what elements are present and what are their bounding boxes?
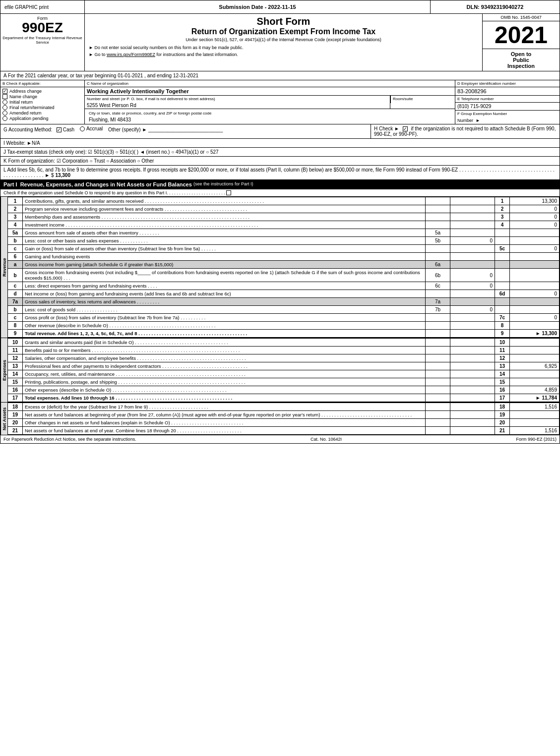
check-application-pending[interactable]: Application pending bbox=[2, 116, 82, 121]
check-name-change[interactable]: Name change bbox=[2, 94, 82, 99]
short-form-title: Short Form bbox=[257, 16, 311, 27]
row-ref bbox=[426, 322, 450, 330]
department-label: Department of the Treasury Internal Reve… bbox=[2, 36, 82, 45]
acct-row: G Accounting Method: Cash Accrual Other … bbox=[0, 124, 560, 139]
row-label: Less: cost or other basis and sales expe… bbox=[23, 237, 426, 245]
row-label: Membership dues and assessments . . . . … bbox=[23, 213, 426, 221]
g-cash-check[interactable]: Cash bbox=[57, 127, 74, 132]
acct-left: G Accounting Method: Cash Accrual Other … bbox=[0, 124, 371, 138]
row-amount: 0 bbox=[510, 205, 560, 213]
row-label: Gross income from fundraising events (no… bbox=[23, 269, 426, 282]
checkbox-address-change[interactable] bbox=[2, 89, 7, 94]
check-amended-return[interactable]: Amended return bbox=[2, 111, 82, 116]
footer-left: For Paperwork Reduction Act Notice, see … bbox=[3, 437, 136, 442]
radio-final-return[interactable] bbox=[2, 105, 7, 110]
row-linenum: 9 bbox=[495, 330, 510, 338]
ein-value: 83-2008296 bbox=[455, 87, 560, 96]
col-b: B Check if applicable: Address change Na… bbox=[0, 80, 85, 124]
instructions3b-text: for instructions and the latest informat… bbox=[156, 52, 238, 57]
open-title: Open to bbox=[485, 51, 558, 57]
row-ref bbox=[426, 205, 450, 213]
row-linenum: 3 bbox=[495, 213, 510, 221]
row-val bbox=[450, 245, 495, 253]
row-linenum bbox=[495, 282, 510, 290]
org-name: Working Actively Intentionally Together bbox=[85, 87, 455, 96]
info-grid: B Check if applicable: Address change Na… bbox=[0, 80, 560, 124]
h-text: H Check ► bbox=[374, 126, 399, 131]
check-items: Address change Name change Initial retur… bbox=[0, 87, 84, 124]
part1-checkbox[interactable] bbox=[226, 190, 231, 195]
row-amount bbox=[510, 306, 560, 314]
g-accrual-radio[interactable]: Accrual bbox=[80, 126, 103, 131]
expenses-section: Expenses 10Grants and similar amounts pa… bbox=[0, 338, 560, 403]
check-final-return[interactable]: Final return/terminated bbox=[2, 105, 82, 110]
row-label: Grants and similar amounts paid (list in… bbox=[23, 339, 426, 347]
checkbox-cash[interactable] bbox=[57, 127, 62, 132]
g-other-label: Other (specify) ► bbox=[108, 127, 147, 132]
row-ref bbox=[426, 394, 450, 402]
irs-link[interactable]: www.irs.gov/Form990EZ bbox=[107, 52, 155, 57]
row-amount bbox=[510, 339, 560, 347]
f-arrow: ► bbox=[476, 118, 480, 123]
part1-check-row: Check if the organization used Schedule … bbox=[0, 189, 560, 197]
omb-box: OMB No. 1545-0047 bbox=[483, 14, 560, 21]
row-amount bbox=[510, 261, 560, 269]
row-num: c bbox=[8, 245, 23, 253]
room-value bbox=[390, 102, 455, 103]
efile-label: efile GRAPHIC print bbox=[0, 0, 85, 13]
checkbox-name-change[interactable] bbox=[2, 94, 7, 99]
row-ref bbox=[426, 330, 450, 338]
part1-section-title: Revenue, Expenses, and Changes in Net As… bbox=[20, 181, 192, 187]
instructions3-text: ► Go to bbox=[89, 52, 105, 57]
row-num: 16 bbox=[8, 386, 23, 394]
open-sub: Public bbox=[485, 57, 558, 63]
row-linenum: 8 bbox=[495, 322, 510, 330]
label-f: F Group Exemption Number bbox=[455, 111, 560, 117]
row-label: Other revenue (describe in Schedule O) .… bbox=[23, 322, 426, 330]
row-num: 18 bbox=[8, 403, 23, 411]
check-initial-return[interactable]: Initial return bbox=[2, 100, 82, 105]
checkbox-h[interactable] bbox=[403, 126, 408, 131]
row-val bbox=[450, 314, 495, 322]
row-amount bbox=[510, 298, 560, 306]
row-amount: 1,516 bbox=[510, 427, 560, 435]
expenses-table: 10Grants and similar amounts paid (list … bbox=[7, 338, 560, 402]
row-ref bbox=[426, 347, 450, 354]
row-linenum bbox=[495, 237, 510, 245]
row-num: 5a bbox=[8, 229, 23, 237]
row-ref bbox=[426, 314, 450, 322]
row-val bbox=[450, 370, 495, 378]
row-ref: 7b bbox=[426, 306, 450, 314]
website-row: I Website: ►N/A bbox=[0, 139, 560, 148]
row-val bbox=[450, 411, 495, 419]
row-amount bbox=[510, 378, 560, 386]
row-amount bbox=[510, 282, 560, 290]
row-ref bbox=[426, 339, 450, 347]
row-ref: 6a bbox=[426, 261, 450, 269]
acct-right: H Check ► if the organization is not req… bbox=[371, 124, 560, 138]
row-amount bbox=[510, 419, 560, 427]
row-val bbox=[450, 221, 495, 229]
row-ref bbox=[426, 427, 450, 435]
row-label: Less: cost of goods sold . . . . . . . .… bbox=[23, 306, 426, 314]
radio-accrual[interactable] bbox=[80, 126, 85, 131]
row-num: 17 bbox=[8, 394, 23, 402]
row-ref bbox=[426, 245, 450, 253]
row-linenum: 14 bbox=[495, 370, 510, 378]
section-a: A For the 2021 calendar year, or tax yea… bbox=[0, 71, 560, 80]
row-ref bbox=[426, 213, 450, 221]
check-address-change[interactable]: Address change bbox=[2, 89, 82, 94]
radio-application-pending[interactable] bbox=[2, 116, 7, 121]
row-ref bbox=[426, 411, 450, 419]
k-label: K Form of organization: ☑ Corporation ○ … bbox=[3, 158, 154, 164]
row-linenum: 4 bbox=[495, 221, 510, 229]
row-label: Gross profit or (loss) from sales of inv… bbox=[23, 314, 426, 322]
row-val bbox=[450, 322, 495, 330]
form-title-block: Short Form Return of Organization Exempt… bbox=[85, 14, 483, 71]
label-c: C Name of organization bbox=[85, 80, 455, 87]
row-num: c bbox=[8, 314, 23, 322]
radio-amended-return[interactable] bbox=[2, 111, 7, 116]
row-amount: 0 bbox=[510, 314, 560, 322]
form-footer: For Paperwork Reduction Act Notice, see … bbox=[0, 435, 560, 444]
radio-initial-return[interactable] bbox=[2, 100, 7, 105]
